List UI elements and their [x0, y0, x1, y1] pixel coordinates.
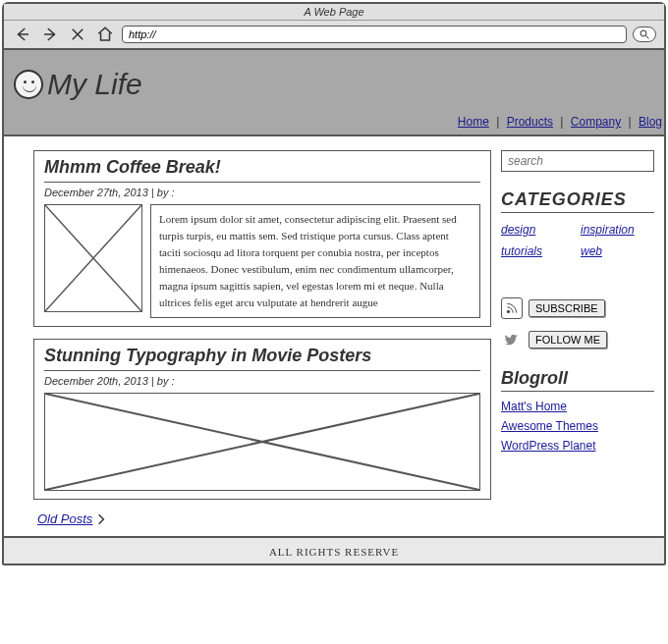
chevron-right-icon: [94, 512, 108, 526]
blogroll-list: Matt's Home Awesome Themes WordPress Pla…: [501, 400, 654, 453]
nav-company[interactable]: Company: [571, 115, 621, 129]
browser-window: A Web Page My Life Home | Produ: [2, 2, 666, 565]
post-meta: December 27th, 2013 | by :: [44, 187, 480, 198]
rss-icon: [501, 297, 523, 319]
old-posts-link[interactable]: Old Posts: [37, 511, 491, 526]
post-author-prefix: by :: [157, 187, 175, 198]
post-body: Lorem ipsum dolor sit amet, consectetur …: [44, 204, 480, 318]
forward-button[interactable]: [39, 25, 61, 44]
post-date: December 20th, 2013: [44, 375, 148, 387]
post-author-prefix: by :: [157, 375, 175, 387]
nav-sep: |: [496, 115, 499, 129]
category-link[interactable]: design: [501, 223, 575, 237]
nav-blog[interactable]: Blog: [639, 115, 662, 129]
blogroll-heading: Blogroll: [501, 368, 654, 392]
nav-home[interactable]: Home: [458, 115, 489, 129]
follow-button[interactable]: FOLLOW ME: [529, 331, 607, 349]
placeholder-x-icon: [45, 205, 141, 311]
main-nav: Home | Products | Company | Blog: [458, 115, 662, 129]
subscribe-button[interactable]: SUBSCRIBE: [529, 299, 605, 317]
placeholder-x-icon: [45, 394, 479, 490]
arrow-left-icon: [14, 26, 31, 43]
sidebar: CATEGORIES design inspiration tutorials …: [501, 150, 654, 528]
post-title: Mhmm Coffee Break!: [44, 157, 480, 180]
nav-sep: |: [560, 115, 563, 129]
page: My Life Home | Products | Company | Blog…: [4, 50, 664, 564]
arrow-right-icon: [41, 26, 59, 43]
main-column: Mhmm Coffee Break! December 27th, 2013 |…: [33, 150, 491, 528]
address-bar[interactable]: [122, 26, 627, 43]
close-icon: [69, 26, 86, 43]
logo: My Life: [14, 68, 654, 101]
svg-point-0: [640, 30, 646, 36]
image-placeholder: [44, 393, 480, 491]
divider: [44, 182, 480, 183]
category-link[interactable]: tutorials: [501, 244, 575, 258]
post-title: Stunning Typography in Movie Posters: [44, 346, 480, 368]
post-meta: December 20th, 2013 | by :: [44, 375, 480, 387]
browser-title: A Web Page: [4, 4, 664, 21]
go-button[interactable]: [633, 27, 656, 42]
categories-list: design inspiration tutorials web: [501, 223, 654, 258]
nav-products[interactable]: Products: [507, 115, 553, 129]
svg-point-5: [507, 310, 509, 312]
follow-row: FOLLOW ME: [501, 329, 654, 350]
back-button[interactable]: [12, 25, 33, 44]
site-title: My Life: [47, 68, 142, 101]
twitter-icon: [501, 329, 523, 350]
browser-toolbar: [4, 21, 664, 50]
old-posts-label: Old Posts: [37, 511, 92, 526]
smiley-icon: [14, 70, 43, 99]
nav-sep: |: [629, 115, 632, 129]
blogroll-link[interactable]: WordPress Planet: [501, 439, 654, 453]
footer: ALL RIGHTS RESERVE: [4, 538, 664, 564]
post: Mhmm Coffee Break! December 27th, 2013 |…: [33, 150, 491, 327]
home-button[interactable]: [94, 25, 116, 44]
post-excerpt: Lorem ipsum dolor sit amet, consectetur …: [150, 204, 480, 318]
divider: [44, 370, 480, 371]
content: Mhmm Coffee Break! December 27th, 2013 |…: [4, 136, 664, 538]
stop-button[interactable]: [67, 25, 88, 44]
category-link[interactable]: inspiration: [581, 223, 654, 237]
footer-text: ALL RIGHTS RESERVE: [269, 546, 399, 558]
subscribe-row: SUBSCRIBE: [501, 297, 654, 319]
blogroll-link[interactable]: Awesome Themes: [501, 419, 654, 433]
search-input[interactable]: [501, 150, 654, 172]
image-placeholder: [44, 204, 142, 312]
site-header: My Life Home | Products | Company | Blog: [4, 50, 664, 136]
category-link[interactable]: web: [581, 244, 654, 258]
home-icon: [96, 26, 114, 43]
post: Stunning Typography in Movie Posters Dec…: [33, 339, 491, 500]
excerpt-text: Lorem ipsum dolor sit amet, consectetur …: [159, 213, 457, 308]
subscribe-area: SUBSCRIBE FOLLOW ME: [501, 297, 654, 350]
blogroll-link[interactable]: Matt's Home: [501, 400, 654, 413]
categories-heading: CATEGORIES: [501, 189, 654, 213]
search-icon: [639, 28, 650, 40]
post-date: December 27th, 2013: [44, 187, 148, 198]
